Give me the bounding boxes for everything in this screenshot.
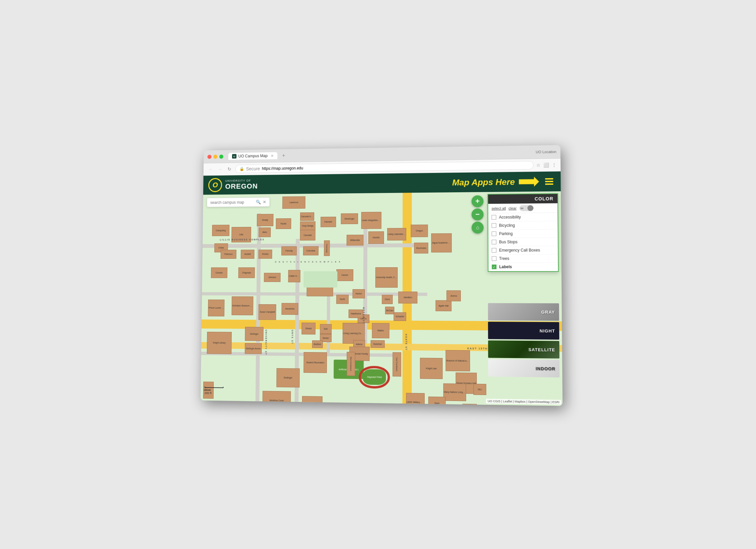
secure-icon: 🔒 [240,167,244,171]
layer-accessibility[interactable]: Accessibility [488,213,558,222]
university-st-label: UNIVERSITY ST [265,330,267,355]
forward-button[interactable]: → [217,167,224,172]
oregon-label: OREGON [225,182,258,191]
layers-bar-2 [545,181,553,182]
building-knight-library: Knight Library [207,332,232,354]
layer-bicycling[interactable]: Bicycling [488,221,558,229]
secure-label: Secure [246,166,260,171]
labels-label: Labels [499,265,512,269]
parking-label: Parking [499,231,513,236]
close-button[interactable] [207,155,212,159]
hayward-inner-field: Hayward Field [363,369,386,385]
search-input[interactable] [210,200,254,205]
building-knight-law: Knight Law [420,358,442,379]
clear-link[interactable]: clear [509,206,517,210]
tab-favicon: U [232,154,237,158]
color-label: COLOR [534,196,553,201]
map-scale: 50 m 200 ft [205,387,224,395]
scale-imperial: 200 ft [205,392,224,395]
zoom-in-button[interactable]: + [472,195,484,207]
building-nili: NILI [474,384,486,395]
building-east-grandstand: East Grandstand [392,352,401,376]
night-label: NIGHT [535,328,559,334]
3d-flat-toggle[interactable]: 3d flat [519,205,533,211]
layer-trees[interactable]: Trees [488,254,558,263]
accessibility-checkbox[interactable] [492,215,496,219]
gray-style-button[interactable]: GRAY [488,303,559,321]
building-west-grandstand: West Grandstand [347,352,355,376]
tab-close-icon[interactable]: ✕ [271,154,274,158]
building-volcanology: Volcanology [324,240,330,256]
bookmark-icon[interactable]: ☆ [536,162,540,168]
building-deady: Deady [257,214,274,226]
building-moss: Moss [462,404,477,406]
building-lewis: Lewis Integrative Science [361,212,382,229]
building-esslinger: Esslinger [277,368,300,388]
browser-title-right: UO Location [536,150,556,154]
minimize-button[interactable] [213,155,218,159]
building-klamath: Klamath [320,217,336,227]
bus-stops-checkbox[interactable] [492,240,496,244]
maximize-button[interactable] [219,154,224,158]
building-bedford: Bedford [312,340,323,348]
address-url: https://map.uoregon.edu [262,166,303,171]
building-friendly: Friendly [281,246,297,255]
building-mccain: McCain [385,307,394,314]
building-johnson: Johnson [264,273,280,282]
building-gerlinger-annex: Gerlinger Annex [245,343,262,354]
parking-checkbox[interactable] [492,231,496,236]
scale-line [205,387,224,388]
back-button[interactable]: ← [207,167,214,172]
building-museum: Museum of Natural and Cultural History [445,350,470,372]
new-tab-button[interactable]: + [280,152,287,159]
building-huestis: Huestis [368,231,384,244]
layer-parking[interactable]: Parking [488,229,558,238]
emergency-call-boxes-checkbox[interactable] [492,248,496,252]
uo-logo: O [208,178,222,192]
artificial-turf-2: Artificial Turf Field 2 [333,405,363,406]
indoor-label: INDOOR [531,366,560,371]
map-container[interactable]: O UNIVERSITY OF OREGON Map Apps Here [201,171,563,406]
search-box[interactable]: 🔍 ✕ [207,197,270,207]
building-fenton: Fenton [259,249,272,259]
layer-controls-row: select all clear 3d flat [488,203,558,213]
indoor-style-button[interactable]: INDOOR [488,359,560,377]
uo-logo-area: O UNIVERSITY OF OREGON [203,177,263,192]
bicycling-checkbox[interactable] [492,223,496,228]
lillis-complex-label: LILLIS BUSINESS COMPLEX [220,238,265,241]
browser-window: U UO Campus Map ✕ + UO Location ← → ↻ 🔒 … [201,145,563,406]
reload-button[interactable]: ↻ [226,166,233,172]
layer-bus-stops[interactable]: Bus Stops [488,238,558,246]
layer-labels[interactable]: ✓ Labels [488,263,558,271]
labels-checkbox[interactable]: ✓ [492,265,496,269]
toggle-3d-label: 3d [520,207,524,210]
cast-icon[interactable]: ⬜ [543,162,549,168]
satellite-style-button[interactable]: SATELLITE [488,340,559,358]
building-pacific: Pacific [276,218,291,229]
building-agate-hall: Agate Hall [436,301,452,312]
campus-quad [303,271,337,288]
agate-st-label: AGATE ST [405,334,407,351]
night-style-button[interactable]: NIGHT [488,322,559,340]
select-all-link[interactable]: select all [492,206,506,210]
map-controls: + − ⌂ [472,195,484,233]
onyx-st-label: ONYX ST [291,330,294,345]
menu-icon[interactable]: ⋮ [552,162,557,167]
accessibility-label: Accessibility [499,215,521,220]
address-bar[interactable]: 🔒 Secure https://map.uoregon.edu [235,161,533,173]
zoom-out-button[interactable]: − [472,208,484,220]
layers-bar-1 [545,178,553,179]
home-button[interactable]: ⌂ [472,222,484,233]
layers-icon[interactable] [543,175,555,188]
attribution-text: UO CGIS | Leaflet | Mapbox | OpenStreetM… [488,399,559,404]
browser-tab[interactable]: U UO Campus Map ✕ [228,152,278,160]
emergency-call-boxes-label: Emergency Call Boxes [499,248,540,253]
building-arema: Arema [446,290,461,301]
building-jagua: Jagua Academic Center [431,233,452,252]
trees-checkbox[interactable] [492,256,496,261]
building-peterson: Peterson [221,249,236,259]
building-deschutes: Deschutes [414,243,428,253]
building-hawthorne: Hawthorne [349,310,363,318]
clear-search-icon[interactable]: ✕ [263,199,266,204]
layer-emergency-call-boxes[interactable]: Emergency Call Boxes [488,246,558,254]
